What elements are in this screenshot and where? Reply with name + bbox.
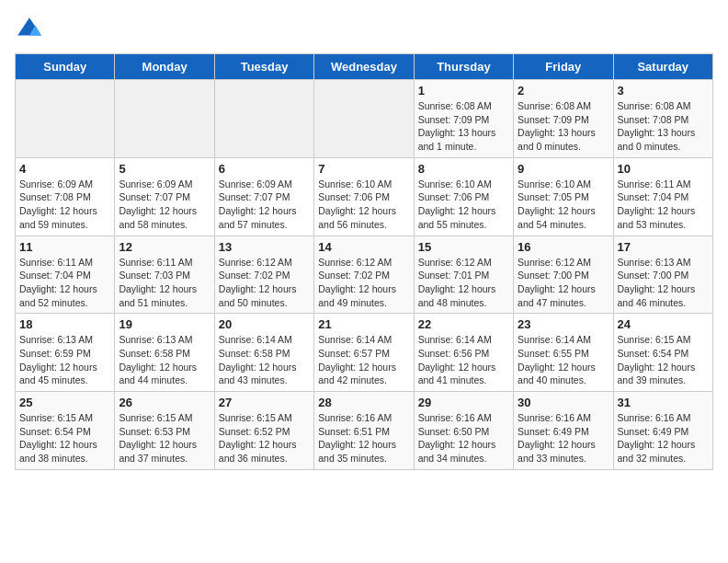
day-info: Sunrise: 6:13 AMSunset: 6:59 PMDaylight:… bbox=[19, 333, 110, 387]
page-header bbox=[15, 15, 713, 44]
calendar-cell: 14Sunrise: 6:12 AMSunset: 7:02 PMDayligh… bbox=[314, 236, 414, 314]
day-number: 18 bbox=[19, 317, 110, 331]
calendar-cell: 13Sunrise: 6:12 AMSunset: 7:02 PMDayligh… bbox=[214, 236, 313, 314]
calendar-cell: 27Sunrise: 6:15 AMSunset: 6:52 PMDayligh… bbox=[214, 392, 313, 470]
calendar-cell: 24Sunrise: 6:15 AMSunset: 6:54 PMDayligh… bbox=[613, 314, 712, 392]
day-number: 28 bbox=[318, 396, 409, 409]
calendar-cell: 25Sunrise: 6:15 AMSunset: 6:54 PMDayligh… bbox=[16, 392, 115, 470]
day-info: Sunrise: 6:10 AMSunset: 7:05 PMDaylight:… bbox=[518, 178, 609, 232]
day-number: 2 bbox=[518, 84, 609, 98]
day-number: 5 bbox=[119, 162, 210, 176]
calendar-cell: 2Sunrise: 6:08 AMSunset: 7:09 PMDaylight… bbox=[514, 80, 613, 158]
day-number: 1 bbox=[418, 84, 509, 98]
calendar-cell: 1Sunrise: 6:08 AMSunset: 7:09 PMDaylight… bbox=[414, 80, 513, 158]
day-info: Sunrise: 6:08 AMSunset: 7:09 PMDaylight:… bbox=[418, 99, 509, 154]
calendar-cell bbox=[314, 80, 414, 158]
day-info: Sunrise: 6:11 AMSunset: 7:03 PMDaylight:… bbox=[119, 256, 210, 310]
day-info: Sunrise: 6:15 AMSunset: 6:54 PMDaylight:… bbox=[618, 333, 709, 387]
day-number: 30 bbox=[518, 396, 609, 409]
calendar-cell: 15Sunrise: 6:12 AMSunset: 7:01 PMDayligh… bbox=[414, 236, 513, 314]
calendar-week-row: 25Sunrise: 6:15 AMSunset: 6:54 PMDayligh… bbox=[16, 392, 713, 470]
day-number: 24 bbox=[618, 317, 709, 331]
calendar-cell: 4Sunrise: 6:09 AMSunset: 7:08 PMDaylight… bbox=[16, 157, 115, 236]
calendar-cell: 18Sunrise: 6:13 AMSunset: 6:59 PMDayligh… bbox=[16, 314, 115, 392]
calendar-cell: 17Sunrise: 6:13 AMSunset: 7:00 PMDayligh… bbox=[613, 236, 712, 314]
day-number: 15 bbox=[418, 240, 509, 254]
calendar-week-row: 4Sunrise: 6:09 AMSunset: 7:08 PMDaylight… bbox=[16, 157, 713, 236]
day-info: Sunrise: 6:14 AMSunset: 6:56 PMDaylight:… bbox=[418, 333, 509, 387]
day-info: Sunrise: 6:16 AMSunset: 6:51 PMDaylight:… bbox=[318, 411, 409, 465]
calendar-cell: 22Sunrise: 6:14 AMSunset: 6:56 PMDayligh… bbox=[414, 314, 513, 392]
day-info: Sunrise: 6:16 AMSunset: 6:49 PMDaylight:… bbox=[518, 411, 609, 465]
day-number: 14 bbox=[318, 240, 409, 254]
calendar-header-thursday: Thursday bbox=[414, 54, 513, 80]
day-number: 4 bbox=[19, 162, 110, 176]
day-number: 16 bbox=[518, 240, 609, 254]
calendar-cell: 30Sunrise: 6:16 AMSunset: 6:49 PMDayligh… bbox=[514, 392, 613, 470]
calendar-header-friday: Friday bbox=[514, 54, 613, 80]
day-number: 10 bbox=[618, 162, 709, 176]
day-info: Sunrise: 6:14 AMSunset: 6:57 PMDaylight:… bbox=[318, 333, 409, 387]
day-info: Sunrise: 6:13 AMSunset: 7:00 PMDaylight:… bbox=[618, 256, 709, 310]
day-number: 7 bbox=[318, 162, 409, 176]
day-info: Sunrise: 6:09 AMSunset: 7:07 PMDaylight:… bbox=[119, 178, 210, 232]
calendar-cell: 9Sunrise: 6:10 AMSunset: 7:05 PMDaylight… bbox=[514, 157, 613, 236]
logo bbox=[15, 15, 48, 44]
day-number: 17 bbox=[618, 240, 709, 254]
calendar-cell: 8Sunrise: 6:10 AMSunset: 7:06 PMDaylight… bbox=[414, 157, 513, 236]
day-number: 11 bbox=[19, 240, 110, 254]
calendar-header-sunday: Sunday bbox=[16, 54, 115, 80]
day-info: Sunrise: 6:16 AMSunset: 6:50 PMDaylight:… bbox=[418, 411, 509, 465]
day-number: 20 bbox=[219, 317, 310, 331]
day-info: Sunrise: 6:15 AMSunset: 6:52 PMDaylight:… bbox=[219, 411, 310, 465]
day-number: 27 bbox=[219, 396, 310, 409]
calendar-cell: 16Sunrise: 6:12 AMSunset: 7:00 PMDayligh… bbox=[514, 236, 613, 314]
day-number: 25 bbox=[19, 396, 110, 409]
calendar-cell: 10Sunrise: 6:11 AMSunset: 7:04 PMDayligh… bbox=[613, 157, 712, 236]
calendar-cell bbox=[115, 80, 214, 158]
day-info: Sunrise: 6:12 AMSunset: 7:00 PMDaylight:… bbox=[518, 256, 609, 310]
calendar-header-row: SundayMondayTuesdayWednesdayThursdayFrid… bbox=[16, 54, 713, 80]
day-number: 31 bbox=[618, 396, 709, 409]
calendar-cell bbox=[214, 80, 313, 158]
calendar-cell: 3Sunrise: 6:08 AMSunset: 7:08 PMDaylight… bbox=[613, 80, 712, 158]
calendar-header-wednesday: Wednesday bbox=[314, 54, 414, 80]
calendar-table: SundayMondayTuesdayWednesdayThursdayFrid… bbox=[15, 53, 713, 470]
day-number: 23 bbox=[518, 317, 609, 331]
day-number: 8 bbox=[418, 162, 509, 176]
day-info: Sunrise: 6:14 AMSunset: 6:58 PMDaylight:… bbox=[219, 333, 310, 387]
calendar-cell: 5Sunrise: 6:09 AMSunset: 7:07 PMDaylight… bbox=[115, 157, 214, 236]
calendar-week-row: 18Sunrise: 6:13 AMSunset: 6:59 PMDayligh… bbox=[16, 314, 713, 392]
calendar-cell: 20Sunrise: 6:14 AMSunset: 6:58 PMDayligh… bbox=[214, 314, 313, 392]
calendar-week-row: 1Sunrise: 6:08 AMSunset: 7:09 PMDaylight… bbox=[16, 80, 713, 158]
day-info: Sunrise: 6:15 AMSunset: 6:54 PMDaylight:… bbox=[19, 411, 110, 465]
calendar-cell: 23Sunrise: 6:14 AMSunset: 6:55 PMDayligh… bbox=[514, 314, 613, 392]
day-number: 3 bbox=[618, 84, 709, 98]
day-info: Sunrise: 6:10 AMSunset: 7:06 PMDaylight:… bbox=[318, 178, 409, 232]
calendar-cell: 29Sunrise: 6:16 AMSunset: 6:50 PMDayligh… bbox=[414, 392, 513, 470]
day-info: Sunrise: 6:14 AMSunset: 6:55 PMDaylight:… bbox=[518, 333, 609, 387]
calendar-cell: 31Sunrise: 6:16 AMSunset: 6:49 PMDayligh… bbox=[613, 392, 712, 470]
calendar-body: 1Sunrise: 6:08 AMSunset: 7:09 PMDaylight… bbox=[16, 80, 713, 470]
calendar-cell: 6Sunrise: 6:09 AMSunset: 7:07 PMDaylight… bbox=[214, 157, 313, 236]
day-number: 12 bbox=[119, 240, 210, 254]
day-number: 9 bbox=[518, 162, 609, 176]
day-info: Sunrise: 6:11 AMSunset: 7:04 PMDaylight:… bbox=[618, 178, 709, 232]
day-info: Sunrise: 6:12 AMSunset: 7:02 PMDaylight:… bbox=[318, 256, 409, 310]
calendar-cell: 12Sunrise: 6:11 AMSunset: 7:03 PMDayligh… bbox=[115, 236, 214, 314]
day-number: 6 bbox=[219, 162, 310, 176]
day-info: Sunrise: 6:15 AMSunset: 6:53 PMDaylight:… bbox=[119, 411, 210, 465]
calendar-header-monday: Monday bbox=[115, 54, 214, 80]
calendar-cell bbox=[16, 80, 115, 158]
day-number: 29 bbox=[418, 396, 509, 409]
day-info: Sunrise: 6:16 AMSunset: 6:49 PMDaylight:… bbox=[618, 411, 709, 465]
day-number: 22 bbox=[418, 317, 509, 331]
day-info: Sunrise: 6:09 AMSunset: 7:08 PMDaylight:… bbox=[19, 178, 110, 232]
calendar-cell: 28Sunrise: 6:16 AMSunset: 6:51 PMDayligh… bbox=[314, 392, 414, 470]
day-info: Sunrise: 6:13 AMSunset: 6:58 PMDaylight:… bbox=[119, 333, 210, 387]
calendar-header-tuesday: Tuesday bbox=[214, 54, 313, 80]
calendar-cell: 19Sunrise: 6:13 AMSunset: 6:58 PMDayligh… bbox=[115, 314, 214, 392]
logo-icon bbox=[15, 15, 44, 44]
calendar-cell: 26Sunrise: 6:15 AMSunset: 6:53 PMDayligh… bbox=[115, 392, 214, 470]
calendar-header-saturday: Saturday bbox=[613, 54, 712, 80]
